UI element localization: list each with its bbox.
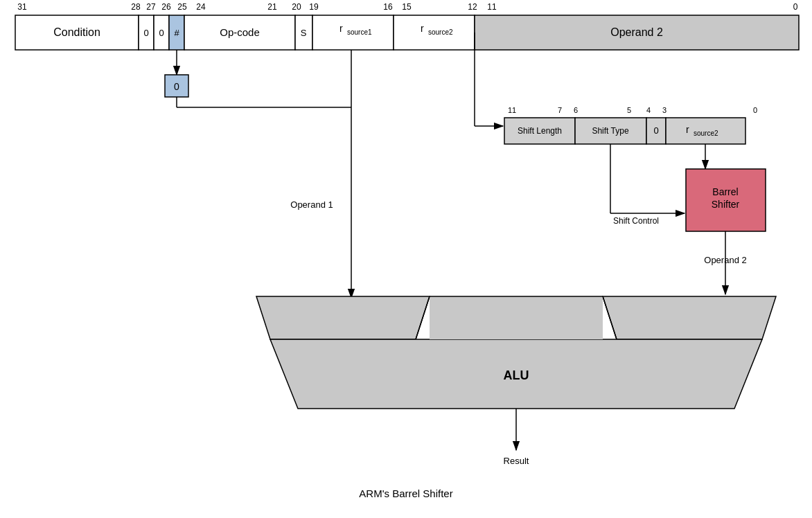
- lbl-26: 26: [161, 2, 171, 12]
- svg-rect-2: [0, 0, 812, 518]
- barrel-lbl1: Barrel: [712, 186, 738, 197]
- sub-lbl-6: 6: [574, 106, 578, 114]
- alu-lbl: ALU: [504, 368, 529, 382]
- sub-lbl-3: 3: [662, 106, 667, 114]
- shift-ctrl-lbl: Shift Control: [613, 216, 659, 226]
- reg-rsrc1-r: r: [339, 23, 343, 34]
- lbl-16: 16: [383, 2, 393, 12]
- lbl-25: 25: [177, 2, 187, 12]
- reg-rsrc2-sub: source2: [428, 28, 453, 36]
- lbl-12: 12: [468, 2, 477, 12]
- lbl-19: 19: [309, 2, 319, 12]
- reg-s-lbl: S: [301, 28, 307, 38]
- lbl-27: 27: [146, 2, 156, 12]
- sub-lbl-5: 5: [627, 106, 631, 114]
- op1-lbl: Operand 1: [290, 199, 333, 210]
- alu-arm-left: [256, 296, 430, 339]
- reg-rsrc2-r: r: [421, 23, 424, 34]
- sub-lbl-0: 0: [753, 106, 757, 114]
- reg-opcode-lbl: Op-code: [220, 26, 260, 38]
- sub-lbl-7: 7: [558, 106, 562, 114]
- reg-bit25-lbl: #: [174, 28, 179, 38]
- lbl-20: 20: [292, 2, 301, 12]
- sub-shift-type-lbl: Shift Type: [592, 126, 628, 136]
- alu-top-fill: [430, 296, 603, 339]
- sub-rsrc2-r: r: [686, 124, 689, 135]
- overlay-svg: 31 28 27 26 25 24 21 20 19 16 15 12 11 0…: [0, 0, 812, 518]
- lbl-11-top: 11: [487, 2, 497, 12]
- diagram-title-lbl: ARM's Barrel Shifter: [359, 488, 452, 499]
- reg-op2-lbl: Operand 2: [610, 26, 663, 38]
- reg-bit27-lbl: 0: [143, 28, 148, 38]
- zero-lbl: 0: [174, 81, 179, 92]
- lbl-24: 24: [196, 2, 206, 12]
- lbl-21: 21: [267, 2, 277, 12]
- barrel-lbl2: Shifter: [712, 199, 740, 210]
- lbl-31: 31: [17, 2, 27, 12]
- result-lbl: Result: [504, 456, 529, 466]
- reg-condition-lbl: Condition: [53, 26, 100, 38]
- sub-lbl-11: 11: [508, 106, 516, 114]
- sub-lbl-4: 4: [646, 106, 651, 114]
- reg-rsrc1-sub: source1: [347, 28, 372, 36]
- sub-shift-len-lbl: Shift Length: [518, 126, 562, 136]
- lbl-28: 28: [131, 2, 141, 12]
- reg-bit26-lbl: 0: [159, 28, 164, 38]
- alu-arm-right: [603, 296, 776, 339]
- lbl-15: 15: [402, 2, 412, 12]
- sub-rsrc2-sub: source2: [694, 130, 718, 137]
- lbl-0-top: 0: [793, 2, 798, 12]
- sub-zero-bit-lbl: 0: [653, 125, 658, 136]
